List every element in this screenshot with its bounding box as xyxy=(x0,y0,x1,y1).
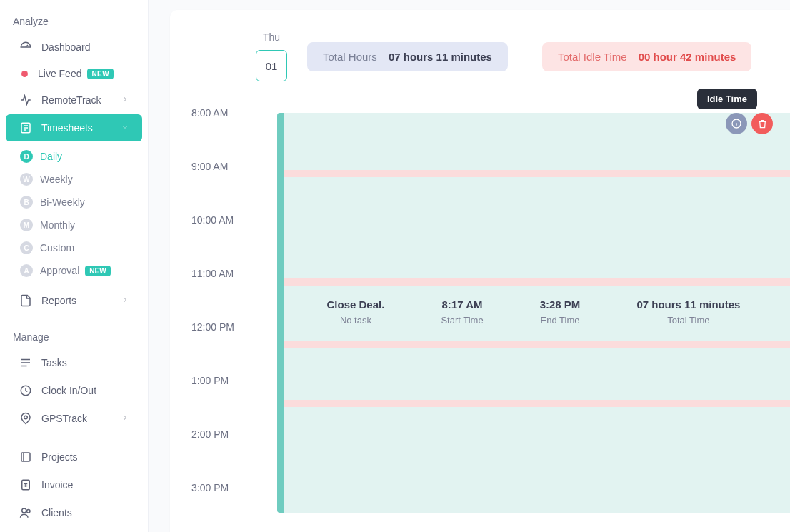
nav-label: Timesheets xyxy=(41,122,93,134)
nav-label: Reports xyxy=(41,295,76,306)
nav-dashboard[interactable]: Dashboard xyxy=(6,34,142,61)
info-icon xyxy=(731,118,742,129)
nav-invoice[interactable]: Invoice xyxy=(6,471,142,498)
idle-band xyxy=(284,278,790,286)
gauge-icon xyxy=(19,40,33,54)
total-hours-pill: Total Hours 07 hours 11 minutes xyxy=(307,42,508,71)
nav-reports[interactable]: Reports xyxy=(6,287,142,314)
time-label: 9:00 AM xyxy=(184,161,249,172)
header-row: Thu 01 Total Hours 07 hours 11 minutes T… xyxy=(256,31,790,81)
subnav-bullet: C xyxy=(20,241,33,254)
subnav-approval[interactable]: A Approval NEW xyxy=(0,259,148,282)
users-icon xyxy=(19,506,33,520)
svg-point-5 xyxy=(22,508,26,513)
subnav-label: Bi-Weekly xyxy=(40,196,85,208)
chevron-right-icon xyxy=(121,94,129,106)
trash-icon xyxy=(757,119,768,129)
timeline: 8:00 AM 9:00 AM 10:00 AM 11:00 AM 12:00 … xyxy=(191,99,790,513)
svg-point-6 xyxy=(27,510,31,513)
chevron-right-icon xyxy=(121,295,129,306)
day-name: Thu xyxy=(256,31,287,43)
time-label: 1:00 PM xyxy=(184,375,249,386)
nav-label: RemoteTrack xyxy=(41,94,101,106)
nav-label: Clock In/Out xyxy=(41,385,96,396)
sidebar: Analyze Dashboard Live Feed NEW RemoteTr… xyxy=(0,0,149,532)
detail-start-value: 8:17 AM xyxy=(441,298,483,311)
nav-timesheets[interactable]: Timesheets xyxy=(6,114,142,141)
total-hours-value: 07 hours 11 minutes xyxy=(389,51,492,63)
timesheet-icon xyxy=(19,121,33,135)
nav-tasks[interactable]: Tasks xyxy=(6,349,142,376)
subnav-monthly[interactable]: M Monthly xyxy=(0,214,148,236)
nav-remotetrack[interactable]: RemoteTrack xyxy=(6,86,142,114)
detail-end-value: 3:28 PM xyxy=(540,298,581,311)
chevron-down-icon xyxy=(121,122,129,134)
subnav-bullet: M xyxy=(20,219,33,231)
invoice-icon xyxy=(19,478,33,492)
time-label: 12:00 PM xyxy=(184,321,249,333)
time-label: 8:00 AM xyxy=(184,107,249,119)
nav-label: Live Feed xyxy=(38,68,81,79)
time-label: 10:00 AM xyxy=(184,214,249,226)
nav-label: Clients xyxy=(41,507,72,518)
detail-end: 3:28 PM End Time xyxy=(540,298,581,326)
main: Thu 01 Total Hours 07 hours 11 minutes T… xyxy=(149,0,790,532)
subnav-bullet: B xyxy=(20,196,33,209)
section-analyze: Analyze xyxy=(0,9,148,33)
nav-label: GPSTrack xyxy=(41,413,87,424)
subnav-label: Monthly xyxy=(40,219,75,231)
nav-label: Invoice xyxy=(41,479,73,491)
total-idle-pill: Total Idle Time 00 hour 42 minutes xyxy=(542,42,751,71)
nav-live-feed[interactable]: Live Feed NEW xyxy=(6,61,142,86)
detail-task: No task xyxy=(327,315,385,326)
time-track[interactable]: Close Deal. No task 8:17 AM Start Time 3… xyxy=(277,113,790,513)
detail-total: 07 hours 11 minutes Total Time xyxy=(636,298,740,326)
live-dot-icon xyxy=(21,71,28,77)
nav-label: Tasks xyxy=(41,357,67,368)
subnav-label: Weekly xyxy=(40,174,73,185)
subnav-bullet: W xyxy=(20,173,33,186)
subnav-label: Custom xyxy=(40,242,74,254)
subnav-label: Approval xyxy=(40,265,79,276)
entry-detail-row: Close Deal. No task 8:17 AM Start Time 3… xyxy=(299,298,769,326)
list-icon xyxy=(19,356,33,370)
detail-project-name: Close Deal. xyxy=(327,298,385,311)
day-number: 01 xyxy=(256,50,287,81)
total-idle-label: Total Idle Time xyxy=(558,51,627,63)
timesheets-subnav: D Daily W Weekly B Bi-Weekly M Monthly C… xyxy=(0,142,148,286)
detail-start: 8:17 AM Start Time xyxy=(441,298,483,326)
subnav-bullet: A xyxy=(20,264,33,277)
time-axis: 8:00 AM 9:00 AM 10:00 AM 11:00 AM 12:00 … xyxy=(184,99,256,513)
subnav-weekly[interactable]: W Weekly xyxy=(0,168,148,191)
svg-rect-3 xyxy=(21,453,30,461)
folder-icon xyxy=(19,450,33,464)
nav-label: Projects xyxy=(41,451,78,463)
subnav-daily[interactable]: D Daily xyxy=(0,145,148,168)
subnav-label: Daily xyxy=(40,151,62,162)
nav-clients[interactable]: Clients xyxy=(6,499,142,526)
nav-clockinout[interactable]: Clock In/Out xyxy=(6,377,142,404)
detail-total-value: 07 hours 11 minutes xyxy=(636,298,740,311)
total-hours-label: Total Hours xyxy=(323,51,377,63)
clock-icon xyxy=(19,383,33,398)
total-idle-value: 00 hour 42 minutes xyxy=(639,51,736,63)
detail-total-label: Total Time xyxy=(636,315,740,326)
idle-band xyxy=(284,170,790,177)
badge-new: NEW xyxy=(85,266,110,276)
location-icon xyxy=(19,411,33,426)
chevron-right-icon xyxy=(121,413,129,424)
nav-gpstrack[interactable]: GPSTrack xyxy=(6,405,142,432)
nav-label: Dashboard xyxy=(41,41,91,53)
subnav-biweekly[interactable]: B Bi-Weekly xyxy=(0,191,148,214)
info-button[interactable] xyxy=(726,113,747,134)
delete-button[interactable] xyxy=(751,113,773,134)
file-icon xyxy=(19,293,33,308)
detail-start-label: Start Time xyxy=(441,315,483,326)
idle-band xyxy=(284,341,790,348)
time-label: 2:00 PM xyxy=(184,428,249,440)
nav-projects[interactable]: Projects xyxy=(6,443,142,471)
subnav-custom[interactable]: C Custom xyxy=(0,236,148,259)
subnav-bullet: D xyxy=(20,150,33,163)
time-label: 11:00 AM xyxy=(184,268,249,279)
day-selector[interactable]: Thu 01 xyxy=(256,31,287,81)
